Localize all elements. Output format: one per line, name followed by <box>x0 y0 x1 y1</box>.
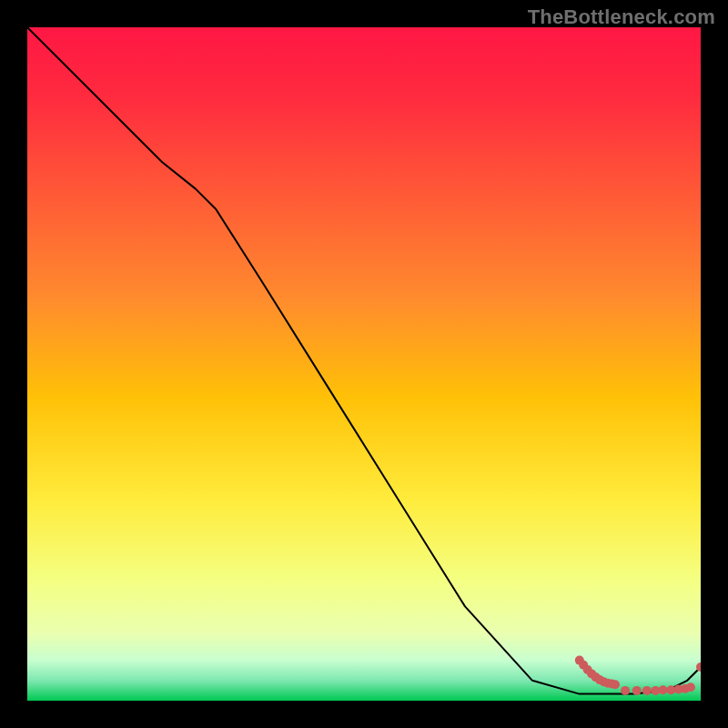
marker-point <box>659 685 668 694</box>
marker-point <box>611 680 620 689</box>
marker-point <box>621 686 630 695</box>
marker-point <box>632 686 642 695</box>
chart-stage: TheBottleneck.com <box>0 0 728 728</box>
marker-point <box>642 686 652 695</box>
marker-point <box>686 682 695 692</box>
watermark-text: TheBottleneck.com <box>528 5 715 29</box>
plot-svg <box>27 27 701 701</box>
plot-area <box>27 27 701 701</box>
